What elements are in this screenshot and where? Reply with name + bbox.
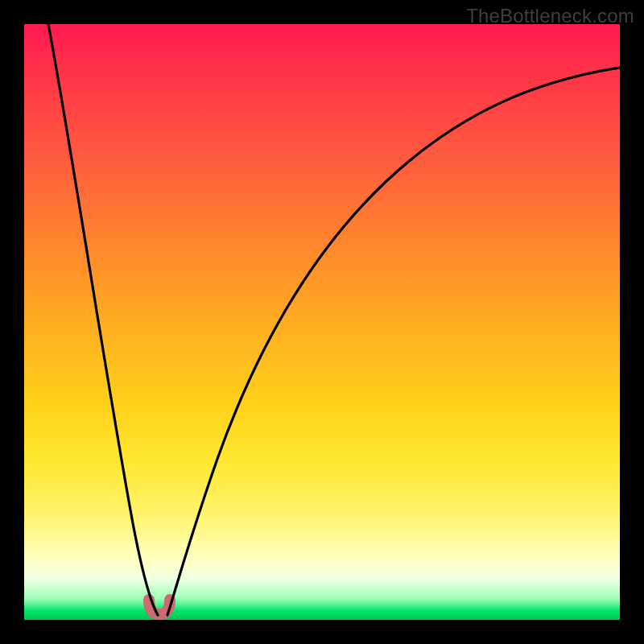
- plot-area: [24, 24, 620, 620]
- curve-layer: [24, 24, 620, 620]
- curve-right: [167, 68, 620, 615]
- curve-left: [48, 24, 158, 615]
- chart-frame: TheBottleneck.com: [0, 0, 644, 644]
